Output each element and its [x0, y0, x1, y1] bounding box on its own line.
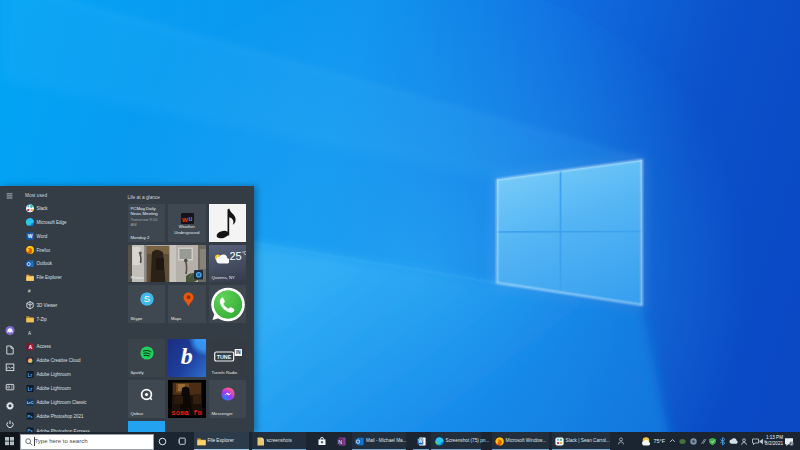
- svg-text:N: N: [338, 438, 342, 444]
- svg-text:A: A: [28, 344, 32, 350]
- svg-text:W: W: [28, 233, 33, 239]
- svg-text:u: u: [188, 215, 192, 222]
- svg-text:LrC: LrC: [27, 400, 34, 405]
- svg-text:S: S: [143, 293, 149, 304]
- svg-text:W: W: [418, 438, 423, 443]
- svg-text:IN: IN: [236, 350, 241, 355]
- svg-text:Lr: Lr: [28, 373, 33, 378]
- svg-text:Lr: Lr: [28, 387, 33, 392]
- svg-text:Ps: Ps: [27, 414, 33, 419]
- svg-text:TUNE: TUNE: [216, 354, 231, 360]
- svg-text:w: w: [181, 215, 188, 224]
